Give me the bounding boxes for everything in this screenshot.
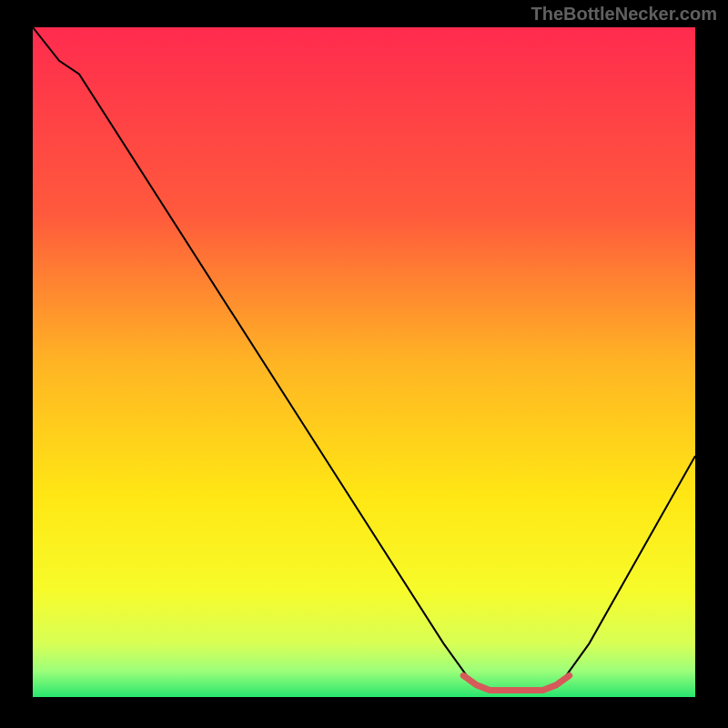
chart-background <box>33 27 695 697</box>
plot-area <box>33 27 695 697</box>
chart-container: TheBottleNecker.com <box>0 0 728 728</box>
chart-svg <box>33 27 695 697</box>
watermark-text: TheBottleNecker.com <box>531 4 717 25</box>
